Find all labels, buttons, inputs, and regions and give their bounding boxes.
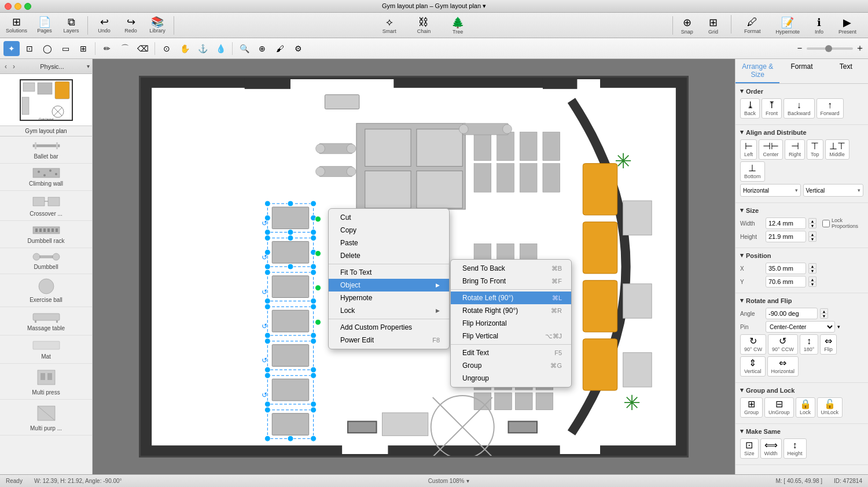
eraser-tool[interactable]: ⌫ [135, 41, 151, 56]
nav-dropdown[interactable]: ▾ [87, 63, 90, 69]
info-button[interactable]: ℹ Info [810, 15, 828, 36]
shape-dumbbell[interactable]: Dumbbell [0, 248, 92, 274]
unlock-btn[interactable]: 🔓 UnLock [817, 397, 843, 418]
rect-tool[interactable]: ▭ [57, 41, 73, 56]
section-position-header[interactable]: ▾ Position [740, 252, 863, 259]
grid-button[interactable]: ⊞ Grid [704, 15, 723, 36]
sm-rotate-left[interactable]: Rotate Left (90°) ⌘L [451, 292, 571, 304]
width-down-btn[interactable]: ▼ [808, 223, 816, 228]
canvas-area[interactable]: ✳ [93, 59, 735, 474]
align-left-btn[interactable]: ⊢ Left [740, 139, 757, 160]
sm-ungroup[interactable]: Ungroup [451, 372, 571, 385]
align-vertical-dropdown[interactable]: Vertical ▾ [803, 184, 864, 197]
height-down-btn[interactable]: ▼ [808, 237, 816, 242]
shape-ballet-bar[interactable]: Ballet bar [0, 136, 92, 164]
maximize-button[interactable] [24, 3, 31, 10]
section-size-header[interactable]: ▾ Size [740, 206, 863, 214]
smart-button[interactable]: ⟡ Smart [378, 15, 401, 36]
nav-back[interactable]: ‹ [2, 61, 9, 72]
align-middle-btn[interactable]: ⊥⊤ Middle [825, 139, 849, 160]
group-btn[interactable]: ⊞ Group [740, 397, 763, 418]
undo-button[interactable]: ↩ Undo [91, 16, 117, 35]
sm-send-to-back[interactable]: Send To Back ⌘B [451, 262, 571, 275]
shape-massage-table[interactable]: Massage table [0, 307, 92, 335]
x-input[interactable] [766, 263, 806, 274]
height-up-btn[interactable]: ▲ [808, 231, 816, 237]
anchor-tool[interactable]: ⚓ [194, 41, 211, 56]
table-tool[interactable]: ⊞ [75, 41, 91, 56]
x-down-btn[interactable]: ▼ [808, 268, 816, 274]
rotate-180-btn[interactable]: ↕ 180° [800, 334, 819, 355]
close-button[interactable] [5, 3, 12, 10]
tab-text[interactable]: Text [824, 59, 868, 83]
y-up-btn[interactable]: ▲ [808, 276, 816, 282]
ungroup-btn[interactable]: ⊟ UnGroup [764, 397, 794, 418]
angle-up-btn[interactable]: ▲ [820, 308, 828, 313]
cm-delete[interactable]: Delete [329, 249, 449, 262]
sm-group[interactable]: Group ⌘G [451, 359, 571, 372]
layers-button[interactable]: ⧉ Layers [58, 16, 84, 35]
lock-btn[interactable]: 🔒 Lock [796, 397, 815, 418]
width-input[interactable] [766, 217, 806, 229]
align-right-btn[interactable]: ⊣ Right [785, 139, 805, 160]
traffic-lights[interactable] [5, 3, 31, 10]
present-button[interactable]: ▶ Present [834, 15, 861, 36]
make-same-width-btn[interactable]: ⟺ Width [760, 438, 782, 459]
pin-select[interactable]: Center-Center [766, 321, 835, 333]
sm-flip-vertical[interactable]: Flip Vertical ⌥⌘J [451, 330, 571, 342]
chain-button[interactable]: ⛓ Chain [413, 15, 436, 36]
make-same-size-btn[interactable]: ⊡ Size [740, 438, 759, 459]
tab-format[interactable]: Format [779, 59, 823, 83]
magnet-tool[interactable]: ⊙ [159, 41, 175, 56]
cm-fit-to-text[interactable]: Fit To Text [329, 266, 449, 279]
section-align-header[interactable]: ▾ Align and Distribute [740, 128, 863, 136]
search-tool[interactable]: 🔍 [236, 41, 252, 56]
sm-bring-to-front[interactable]: Bring To Front ⌘F [451, 275, 571, 287]
sm-edit-text[interactable]: Edit Text F5 [451, 346, 571, 359]
snap-button[interactable]: ⊕ Snap [676, 15, 698, 36]
section-rotate-header[interactable]: ▾ Rotate and Flip [740, 297, 863, 304]
shape-dumbbell-rack[interactable]: Dumbbell rack [0, 221, 92, 248]
order-back-btn[interactable]: ⤓ Back [740, 98, 760, 119]
align-top-btn[interactable]: ⊤ Top [807, 139, 823, 160]
minimize-button[interactable] [14, 3, 21, 10]
shape-climbing-wall[interactable]: Climbing wall [0, 164, 92, 191]
tab-arrange-size[interactable]: Arrange & Size [735, 59, 779, 83]
y-down-btn[interactable]: ▼ [808, 282, 816, 287]
sm-flip-horizontal[interactable]: Flip Horizontal [451, 317, 571, 330]
cm-add-custom[interactable]: Add Custom Properties [329, 321, 449, 334]
select-rect-tool[interactable]: ⊡ [21, 41, 38, 56]
shape-crossover[interactable]: Crossover ... [0, 191, 92, 221]
hand-tool[interactable]: ✋ [176, 41, 193, 56]
cm-lock[interactable]: Lock [329, 304, 449, 317]
tree-button[interactable]: 🌲 Tree [447, 15, 469, 36]
rotate-90cw-btn[interactable]: ↻ 90° CW [740, 334, 766, 355]
pages-button[interactable]: 📄 Pages [32, 16, 57, 35]
sm-rotate-right[interactable]: Rotate Right (90°) ⌘R [451, 304, 571, 317]
circle-tool[interactable]: ◯ [39, 41, 56, 56]
cm-cut[interactable]: Cut [329, 211, 449, 224]
width-up-btn[interactable]: ▲ [808, 218, 816, 223]
library-button[interactable]: 📚 Library [145, 16, 170, 35]
align-center-btn[interactable]: ⊣⊢ Center [759, 139, 783, 160]
redo-button[interactable]: ↪ Redo [118, 16, 144, 35]
align-horizontal-dropdown[interactable]: Horizontal ▾ [740, 184, 801, 197]
lock-proportions-checkbox[interactable] [822, 220, 830, 227]
cm-hypernote[interactable]: Hypernote [329, 292, 449, 304]
angle-input[interactable] [766, 308, 818, 319]
zoom-dropdown-icon[interactable]: ▾ [466, 478, 469, 484]
height-input[interactable] [766, 231, 806, 242]
more-tool[interactable]: ⊕ [254, 41, 270, 56]
section-make-same-header[interactable]: ▾ Make Same [740, 427, 863, 435]
pen-tool[interactable]: ✏ [99, 41, 115, 56]
order-backward-btn[interactable]: ↓ Backward [784, 98, 815, 119]
format-button[interactable]: 🖊 Format [740, 15, 766, 36]
order-front-btn[interactable]: ⤒ Front [762, 98, 782, 119]
solutions-button[interactable]: ⊞ Solutions [2, 16, 31, 35]
x-up-btn[interactable]: ▲ [808, 263, 816, 268]
angle-down-btn[interactable]: ▼ [820, 313, 828, 319]
shape-exercise-ball[interactable]: Exercise ball [0, 274, 92, 307]
flip-horizontal-btn[interactable]: ⇔ Horizontal [767, 356, 799, 377]
hypernote-button[interactable]: 📝 Hypernote [771, 15, 804, 36]
zoom-out-btn[interactable]: － [795, 42, 804, 54]
